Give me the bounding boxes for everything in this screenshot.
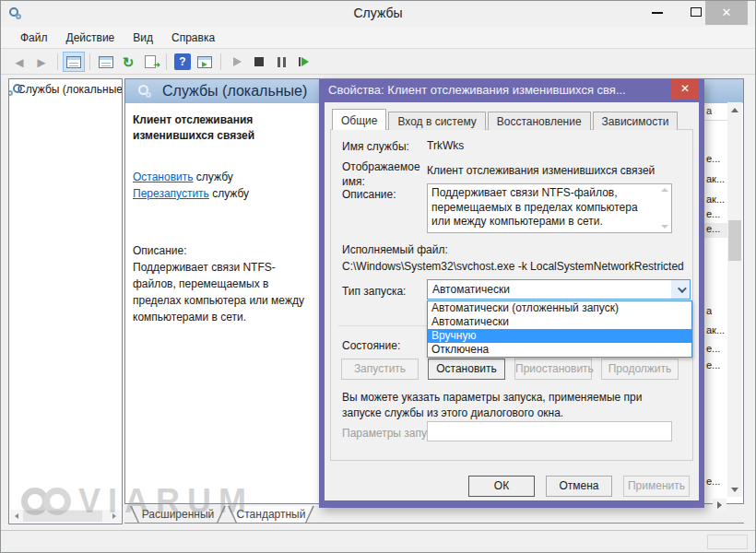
services-list-sliver: а е... ак... ак... е... е... а ак... е..…: [704, 103, 728, 500]
dropdown-option-disabled[interactable]: Отключена: [428, 343, 691, 357]
dialog-body: Общие Вход в систему Восстановление Зави…: [325, 102, 699, 500]
dropdown-option-auto-delayed[interactable]: Автоматически (отложенный запуск): [428, 301, 691, 315]
menu-view[interactable]: Вид: [124, 29, 161, 47]
list-item[interactable]: е...: [704, 208, 728, 223]
scrollbar-thumb[interactable]: [23, 511, 102, 522]
menu-action[interactable]: Действие: [58, 29, 124, 47]
tab-general[interactable]: Общие: [332, 109, 386, 130]
maximize-button[interactable]: [691, 7, 702, 17]
display-name-label: Отображаемое имя:: [342, 159, 423, 189]
window-title: Службы: [1, 6, 755, 20]
minimize-button[interactable]: [652, 12, 663, 14]
stop-service-icon[interactable]: [248, 52, 270, 72]
console-tree-panel: Службы (локальные): [8, 78, 123, 524]
tab-dependencies[interactable]: Зависимости: [593, 112, 679, 130]
tab-logon[interactable]: Вход в систему: [388, 112, 485, 130]
list-item[interactable]: ак...: [704, 194, 728, 208]
ok-button[interactable]: ОК: [468, 476, 535, 497]
tab-extended[interactable]: Расширенный: [130, 506, 226, 524]
show-console-tree-icon[interactable]: [63, 52, 85, 72]
menu-help[interactable]: Справка: [163, 29, 223, 47]
services-header-icon: [138, 85, 151, 98]
restart-service-link[interactable]: Перезапустить: [133, 187, 209, 200]
list-item[interactable]: ак...: [704, 324, 728, 339]
tree-item-services-local[interactable]: Службы (локальные): [9, 79, 122, 96]
dialog-buttons: ОК Отмена Применить: [468, 476, 690, 497]
service-description-pane: Клиент отслеживания изменившихся связей …: [125, 103, 321, 503]
scroll-up-icon[interactable]: [727, 102, 742, 117]
dialog-close-icon[interactable]: ✕: [671, 79, 699, 99]
selected-service-name: Клиент отслеживания изменившихся связей: [133, 112, 312, 145]
service-name-value: TrkWks: [427, 139, 464, 152]
list-item[interactable]: а: [704, 305, 728, 320]
show-action-pane-icon[interactable]: [194, 52, 216, 72]
scroll-down-icon[interactable]: [661, 225, 668, 229]
startup-type-dropdown-list: Автоматически (отложенный запуск) Автома…: [427, 300, 692, 358]
list-item[interactable]: е...: [704, 153, 728, 168]
restart-service-line: Перезапустить службу: [133, 185, 312, 202]
service-name-label: Имя службы:: [342, 139, 409, 154]
startup-type-label: Тип запуска:: [342, 284, 406, 299]
dropdown-option-manual[interactable]: Вручную: [428, 329, 691, 343]
list-item[interactable]: е...: [704, 476, 728, 490]
properties-icon[interactable]: [95, 52, 117, 72]
close-button[interactable]: ✕: [705, 1, 748, 25]
executable-path: C:\Windows\System32\svchost.exe -k Local…: [342, 259, 684, 274]
toolbar-separator: [57, 53, 58, 70]
restart-service-icon[interactable]: [292, 52, 314, 72]
service-control-buttons: Запустить Остановить Приостановить Продо…: [341, 359, 679, 380]
scroll-down-icon[interactable]: [727, 482, 742, 497]
services-window: Службы ✕ Файл Действие Вид Справка ◄ ► ↻…: [0, 0, 756, 553]
stop-button[interactable]: Остановить: [428, 359, 505, 380]
startup-parameters-input[interactable]: [427, 421, 672, 441]
list-item[interactable]: е...: [704, 343, 728, 358]
export-list-icon[interactable]: [139, 52, 161, 72]
pause-button[interactable]: Приостановить: [514, 359, 592, 380]
scroll-up-icon[interactable]: [661, 188, 668, 192]
dialog-description-label: Описание:: [342, 187, 396, 202]
state-label: Состояние:: [342, 338, 400, 353]
scroll-left-icon[interactable]: [10, 510, 23, 523]
resume-button[interactable]: Продолжить: [601, 359, 679, 380]
view-tab-strip: Расширенный Стандартный: [124, 506, 744, 524]
description-text: Поддерживает связи NTFS-файлов, перемеща…: [133, 259, 312, 325]
title-bar: Службы ✕: [1, 1, 755, 27]
toolbar: ◄ ► ↻ ?: [1, 50, 755, 75]
dropdown-option-auto[interactable]: Автоматически: [428, 315, 691, 329]
tree-horizontal-scrollbar[interactable]: [10, 510, 121, 523]
stop-service-line: Остановить службу: [133, 169, 312, 185]
toolbar-separator: [220, 53, 221, 70]
back-icon[interactable]: ◄: [8, 52, 30, 72]
list-column-header[interactable]: а: [704, 105, 728, 121]
status-bar: [1, 530, 755, 553]
description-label: Описание:: [133, 242, 312, 259]
apply-button[interactable]: Применить: [623, 476, 690, 497]
dialog-tab-row: Общие Вход в систему Восстановление Зави…: [332, 110, 679, 130]
tab-recovery[interactable]: Восстановление: [488, 112, 591, 130]
list-item[interactable]: е...: [704, 359, 728, 374]
refresh-icon[interactable]: ↻: [117, 52, 139, 72]
forward-icon[interactable]: ►: [30, 52, 53, 72]
scrollbar-thumb[interactable]: [728, 220, 741, 261]
startup-type-combobox[interactable]: Автоматически: [427, 279, 691, 300]
toolbar-separator: [89, 53, 90, 70]
help-icon[interactable]: ?: [171, 52, 194, 72]
services-header-title: Службы (локальные): [162, 83, 307, 100]
toolbar-separator: [166, 53, 167, 70]
start-button[interactable]: Запустить: [341, 359, 419, 380]
list-item[interactable]: ак...: [704, 173, 728, 188]
list-vertical-scrollbar[interactable]: [727, 102, 742, 497]
scroll-right-icon[interactable]: [108, 510, 121, 523]
dialog-title: Свойства: Клиент отслеживания изменивших…: [328, 83, 664, 97]
list-item-selected[interactable]: е...: [704, 223, 728, 238]
cancel-button[interactable]: Отмена: [546, 476, 612, 497]
description-textarea[interactable]: Поддерживает связи NTFS-файлов, перемеща…: [427, 183, 672, 233]
tab-standard[interactable]: Стандартный: [228, 506, 314, 524]
chevron-down-icon[interactable]: [671, 280, 690, 299]
start-service-icon[interactable]: [226, 52, 248, 72]
menu-bar: Файл Действие Вид Справка: [1, 27, 755, 49]
pause-service-icon[interactable]: [270, 52, 292, 72]
stop-service-link[interactable]: Остановить: [133, 171, 194, 183]
menu-file[interactable]: Файл: [12, 29, 56, 47]
tab-page-general: Имя службы: TrkWks Отображаемое имя: Кли…: [330, 129, 693, 461]
